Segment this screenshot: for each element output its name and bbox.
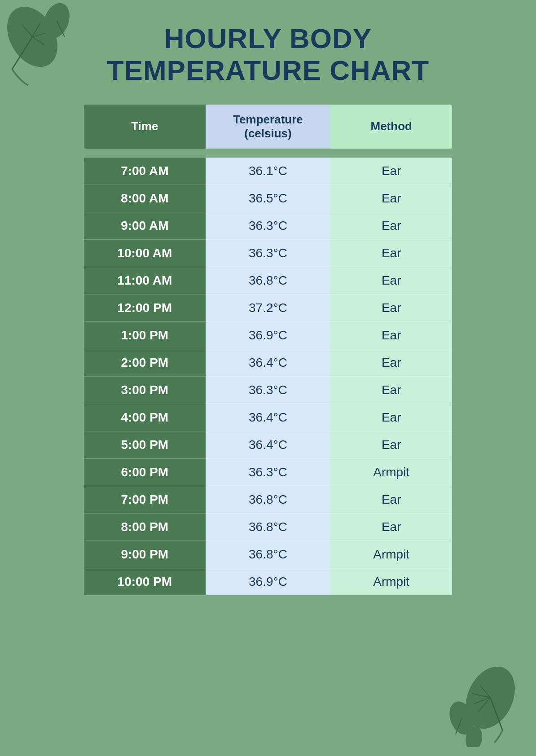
- table-row: 9:00 PM36.8°CArmpit: [84, 541, 452, 568]
- time-cell: 9:00 AM: [84, 212, 206, 240]
- leaf-decoration-top-left: [0, 0, 81, 90]
- header-spacer: [84, 149, 452, 158]
- table-header-row: Time Temperature (celsius) Method: [84, 105, 452, 149]
- temperature-cell: 36.8°C: [206, 486, 331, 514]
- leaf-decoration-bottom-right: [437, 648, 527, 747]
- temperature-cell: 36.3°C: [206, 377, 331, 404]
- method-cell: Ear: [330, 486, 452, 514]
- method-cell: Ear: [330, 404, 452, 431]
- time-cell: 10:00 PM: [84, 568, 206, 595]
- table-row: 8:00 PM36.8°CEar: [84, 514, 452, 541]
- time-cell: 6:00 PM: [84, 459, 206, 486]
- temperature-cell: 36.8°C: [206, 514, 331, 541]
- table-row: 4:00 PM36.4°CEar: [84, 404, 452, 431]
- temperature-cell: 36.4°C: [206, 404, 331, 431]
- method-cell: Ear: [330, 185, 452, 212]
- time-cell: 4:00 PM: [84, 404, 206, 431]
- table-row: 7:00 PM36.8°CEar: [84, 486, 452, 514]
- table-body: 7:00 AM36.1°CEar8:00 AM36.5°CEar9:00 AM3…: [84, 158, 452, 595]
- header-time: Time: [84, 105, 206, 149]
- table-row: 6:00 PM36.3°CArmpit: [84, 459, 452, 486]
- method-cell: Armpit: [330, 568, 452, 595]
- header-method: Method: [330, 105, 452, 149]
- method-cell: Ear: [330, 267, 452, 294]
- main-title: HOURLY BODY TEMPERATURE CHART: [107, 22, 430, 87]
- title-section: HOURLY BODY TEMPERATURE CHART: [107, 22, 430, 87]
- title-line1: HOURLY BODY: [164, 23, 372, 54]
- temperature-cell: 37.2°C: [206, 294, 331, 322]
- time-cell: 3:00 PM: [84, 377, 206, 404]
- method-cell: Ear: [330, 240, 452, 267]
- method-cell: Armpit: [330, 541, 452, 568]
- temperature-cell: 36.9°C: [206, 322, 331, 349]
- header-temperature: Temperature (celsius): [206, 105, 331, 149]
- table-row: 9:00 AM36.3°CEar: [84, 212, 452, 240]
- method-cell: Ear: [330, 514, 452, 541]
- time-cell: 8:00 PM: [84, 514, 206, 541]
- time-cell: 5:00 PM: [84, 431, 206, 459]
- time-cell: 7:00 PM: [84, 486, 206, 514]
- method-cell: Armpit: [330, 459, 452, 486]
- time-cell: 1:00 PM: [84, 322, 206, 349]
- time-cell: 2:00 PM: [84, 349, 206, 377]
- method-cell: Ear: [330, 212, 452, 240]
- temperature-cell: 36.4°C: [206, 431, 331, 459]
- time-cell: 11:00 AM: [84, 267, 206, 294]
- time-cell: 12:00 PM: [84, 294, 206, 322]
- temperature-table: Time Temperature (celsius) Method 7:00 A…: [84, 105, 452, 595]
- temperature-cell: 36.8°C: [206, 267, 331, 294]
- temperature-cell: 36.5°C: [206, 185, 331, 212]
- table-wrapper: Time Temperature (celsius) Method 7:00 A…: [84, 105, 452, 595]
- table-row: 12:00 PM37.2°CEar: [84, 294, 452, 322]
- table-row: 10:00 PM36.9°CArmpit: [84, 568, 452, 595]
- table-row: 5:00 PM36.4°CEar: [84, 431, 452, 459]
- table-row: 3:00 PM36.3°CEar: [84, 377, 452, 404]
- table-row: 1:00 PM36.9°CEar: [84, 322, 452, 349]
- title-line2: TEMPERATURE CHART: [107, 55, 430, 86]
- method-cell: Ear: [330, 294, 452, 322]
- time-cell: 8:00 AM: [84, 185, 206, 212]
- time-cell: 10:00 AM: [84, 240, 206, 267]
- table-row: 11:00 AM36.8°CEar: [84, 267, 452, 294]
- temperature-cell: 36.3°C: [206, 459, 331, 486]
- table-row: 7:00 AM36.1°CEar: [84, 158, 452, 185]
- table-row: 8:00 AM36.5°CEar: [84, 185, 452, 212]
- method-cell: Ear: [330, 349, 452, 377]
- method-cell: Ear: [330, 158, 452, 185]
- temperature-cell: 36.4°C: [206, 349, 331, 377]
- method-cell: Ear: [330, 431, 452, 459]
- temperature-cell: 36.3°C: [206, 212, 331, 240]
- time-cell: 9:00 PM: [84, 541, 206, 568]
- method-cell: Ear: [330, 377, 452, 404]
- temperature-cell: 36.9°C: [206, 568, 331, 595]
- temperature-cell: 36.1°C: [206, 158, 331, 185]
- time-cell: 7:00 AM: [84, 158, 206, 185]
- temperature-cell: 36.3°C: [206, 240, 331, 267]
- temperature-cell: 36.8°C: [206, 541, 331, 568]
- table-row: 2:00 PM36.4°CEar: [84, 349, 452, 377]
- method-cell: Ear: [330, 322, 452, 349]
- table-row: 10:00 AM36.3°CEar: [84, 240, 452, 267]
